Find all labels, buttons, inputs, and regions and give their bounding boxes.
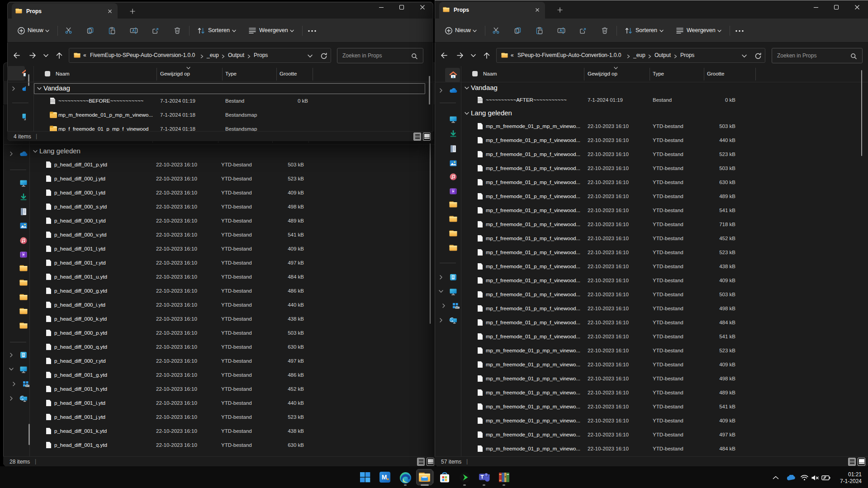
svg-text:M: M <box>382 474 387 481</box>
